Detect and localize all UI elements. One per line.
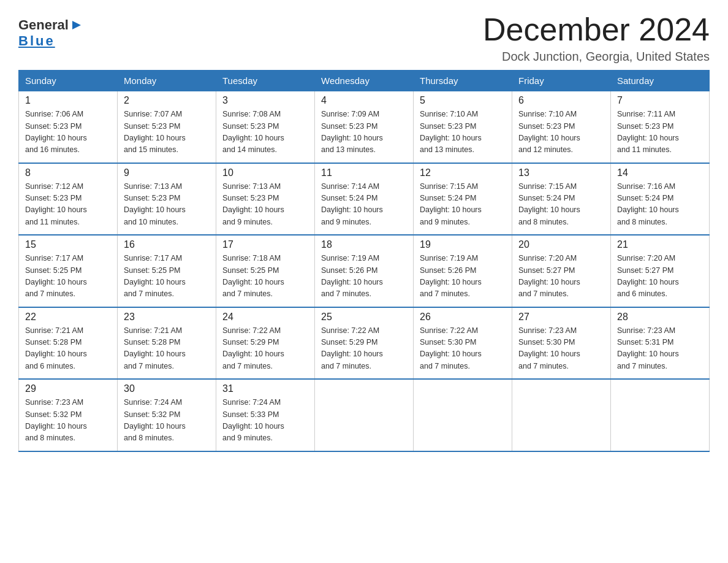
day-number: 9 [124,167,210,178]
days-header-row: SundayMondayTuesdayWednesdayThursdayFrid… [19,71,710,91]
svg-marker-0 [72,21,81,29]
day-info: Sunrise: 7:19 AMSunset: 5:26 PMDaylight:… [321,253,407,301]
calendar-day-cell: 22Sunrise: 7:21 AMSunset: 5:28 PMDayligh… [19,307,118,380]
calendar-day-cell: 30Sunrise: 7:24 AMSunset: 5:32 PMDayligh… [118,379,216,451]
day-info: Sunrise: 7:24 AMSunset: 5:33 PMDaylight:… [222,397,308,445]
day-number: 16 [124,239,210,250]
day-info: Sunrise: 7:13 AMSunset: 5:23 PMDaylight:… [124,181,210,229]
day-info: Sunrise: 7:10 AMSunset: 5:23 PMDaylight:… [518,109,604,156]
calendar-day-cell: 18Sunrise: 7:19 AMSunset: 5:26 PMDayligh… [315,235,414,307]
day-info: Sunrise: 7:22 AMSunset: 5:30 PMDaylight:… [420,325,506,373]
day-of-week-header: Thursday [414,71,512,91]
day-info: Sunrise: 7:11 AMSunset: 5:23 PMDaylight:… [617,109,703,156]
day-info: Sunrise: 7:12 AMSunset: 5:23 PMDaylight:… [25,181,111,229]
day-info: Sunrise: 7:15 AMSunset: 5:24 PMDaylight:… [420,181,506,229]
day-number: 31 [222,383,308,394]
day-of-week-header: Tuesday [216,71,315,91]
calendar-day-cell: 8Sunrise: 7:12 AMSunset: 5:23 PMDaylight… [19,163,118,236]
day-info: Sunrise: 7:14 AMSunset: 5:24 PMDaylight:… [321,181,407,229]
month-title: December 2024 [483,12,710,47]
calendar-week-row: 29Sunrise: 7:23 AMSunset: 5:32 PMDayligh… [19,379,710,451]
day-info: Sunrise: 7:09 AMSunset: 5:23 PMDaylight:… [321,109,407,156]
day-info: Sunrise: 7:18 AMSunset: 5:25 PMDaylight:… [222,253,308,301]
day-info: Sunrise: 7:24 AMSunset: 5:32 PMDaylight:… [124,397,210,445]
day-info: Sunrise: 7:20 AMSunset: 5:27 PMDaylight:… [617,253,703,301]
day-number: 21 [617,239,703,250]
day-info: Sunrise: 7:17 AMSunset: 5:25 PMDaylight:… [25,253,111,301]
logo-general-text: General [18,17,69,33]
calendar-body: 1Sunrise: 7:06 AMSunset: 5:23 PMDaylight… [19,91,710,451]
day-number: 30 [124,383,210,394]
calendar-day-cell: 3Sunrise: 7:08 AMSunset: 5:23 PMDaylight… [216,91,315,163]
calendar-day-cell: 11Sunrise: 7:14 AMSunset: 5:24 PMDayligh… [315,163,414,236]
day-number: 1 [25,95,111,106]
day-number: 29 [25,383,111,394]
day-info: Sunrise: 7:22 AMSunset: 5:29 PMDaylight:… [222,325,308,373]
day-number: 10 [222,167,308,178]
day-number: 11 [321,167,407,178]
day-of-week-header: Saturday [611,71,710,91]
day-number: 4 [321,95,407,106]
calendar-day-cell: 29Sunrise: 7:23 AMSunset: 5:32 PMDayligh… [19,379,118,451]
day-info: Sunrise: 7:10 AMSunset: 5:23 PMDaylight:… [420,109,506,156]
calendar-day-cell: 31Sunrise: 7:24 AMSunset: 5:33 PMDayligh… [216,379,315,451]
calendar-day-cell: 9Sunrise: 7:13 AMSunset: 5:23 PMDaylight… [118,163,216,236]
calendar-day-cell: 10Sunrise: 7:13 AMSunset: 5:23 PMDayligh… [216,163,315,236]
calendar-day-cell [512,379,611,451]
day-of-week-header: Sunday [19,71,118,91]
day-number: 17 [222,239,308,250]
calendar-header: SundayMondayTuesdayWednesdayThursdayFrid… [19,71,710,91]
day-info: Sunrise: 7:21 AMSunset: 5:28 PMDaylight:… [124,325,210,373]
page-header: General Blue December 2024 Dock Junction… [18,12,710,64]
day-number: 19 [420,239,506,250]
calendar-day-cell: 21Sunrise: 7:20 AMSunset: 5:27 PMDayligh… [611,235,710,307]
calendar-day-cell: 15Sunrise: 7:17 AMSunset: 5:25 PMDayligh… [19,235,118,307]
calendar-day-cell: 28Sunrise: 7:23 AMSunset: 5:31 PMDayligh… [611,307,710,380]
logo-blue-text: Blue [18,33,55,48]
calendar-day-cell: 6Sunrise: 7:10 AMSunset: 5:23 PMDaylight… [512,91,611,163]
day-info: Sunrise: 7:08 AMSunset: 5:23 PMDaylight:… [222,109,308,156]
day-info: Sunrise: 7:23 AMSunset: 5:32 PMDaylight:… [25,397,111,445]
day-number: 5 [420,95,506,106]
day-number: 14 [617,167,703,178]
day-number: 12 [420,167,506,178]
logo: General Blue [18,12,83,49]
day-number: 28 [617,312,703,323]
day-info: Sunrise: 7:06 AMSunset: 5:23 PMDaylight:… [25,109,111,156]
day-number: 6 [518,95,604,106]
day-info: Sunrise: 7:17 AMSunset: 5:25 PMDaylight:… [124,253,210,301]
day-info: Sunrise: 7:19 AMSunset: 5:26 PMDaylight:… [420,253,506,301]
day-info: Sunrise: 7:15 AMSunset: 5:24 PMDaylight:… [518,181,604,229]
calendar-week-row: 8Sunrise: 7:12 AMSunset: 5:23 PMDaylight… [19,163,710,236]
day-of-week-header: Monday [118,71,216,91]
day-number: 26 [420,312,506,323]
day-info: Sunrise: 7:13 AMSunset: 5:23 PMDaylight:… [222,181,308,229]
day-number: 13 [518,167,604,178]
calendar-day-cell: 19Sunrise: 7:19 AMSunset: 5:26 PMDayligh… [414,235,512,307]
calendar-day-cell: 4Sunrise: 7:09 AMSunset: 5:23 PMDaylight… [315,91,414,163]
calendar-day-cell [414,379,512,451]
day-info: Sunrise: 7:23 AMSunset: 5:30 PMDaylight:… [518,325,604,373]
calendar-table: SundayMondayTuesdayWednesdayThursdayFrid… [18,70,710,452]
calendar-day-cell [611,379,710,451]
day-number: 7 [617,95,703,106]
calendar-day-cell: 13Sunrise: 7:15 AMSunset: 5:24 PMDayligh… [512,163,611,236]
calendar-day-cell: 27Sunrise: 7:23 AMSunset: 5:30 PMDayligh… [512,307,611,380]
day-number: 8 [25,167,111,178]
calendar-week-row: 22Sunrise: 7:21 AMSunset: 5:28 PMDayligh… [19,307,710,380]
calendar-day-cell: 12Sunrise: 7:15 AMSunset: 5:24 PMDayligh… [414,163,512,236]
day-info: Sunrise: 7:07 AMSunset: 5:23 PMDaylight:… [124,109,210,156]
location-text: Dock Junction, Georgia, United States [483,50,710,64]
calendar-day-cell [315,379,414,451]
day-number: 15 [25,239,111,250]
day-of-week-header: Friday [512,71,611,91]
calendar-day-cell: 5Sunrise: 7:10 AMSunset: 5:23 PMDaylight… [414,91,512,163]
day-number: 22 [25,312,111,323]
calendar-day-cell: 14Sunrise: 7:16 AMSunset: 5:24 PMDayligh… [611,163,710,236]
day-number: 27 [518,312,604,323]
day-info: Sunrise: 7:22 AMSunset: 5:29 PMDaylight:… [321,325,407,373]
day-number: 18 [321,239,407,250]
calendar-day-cell: 16Sunrise: 7:17 AMSunset: 5:25 PMDayligh… [118,235,216,307]
day-of-week-header: Wednesday [315,71,414,91]
calendar-day-cell: 23Sunrise: 7:21 AMSunset: 5:28 PMDayligh… [118,307,216,380]
